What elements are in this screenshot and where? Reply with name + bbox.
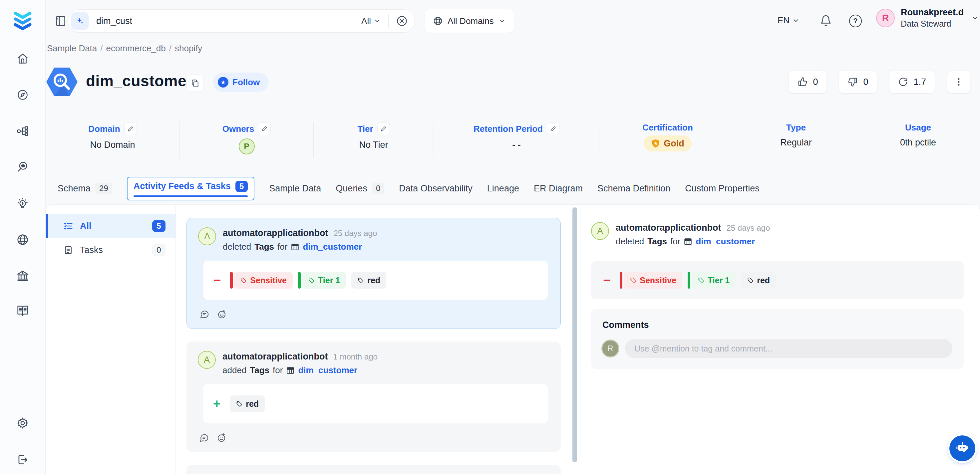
detail-timestamp: 25 days ago	[727, 223, 770, 233]
bot-avatar: A	[591, 222, 609, 240]
user-menu[interactable]: R Rounakpreet.d Data Steward	[876, 7, 979, 29]
search-scope-dropdown[interactable]: All	[361, 16, 381, 26]
feed-filter-nav: All 5 Tasks 0	[46, 205, 176, 474]
observability-icon[interactable]	[17, 161, 29, 173]
meta-type: Type Regular	[736, 122, 856, 158]
feed-card-partial[interactable]: A automatorapplicationbot	[186, 465, 561, 474]
glossary-book-icon[interactable]	[16, 305, 29, 317]
chat-widget-button[interactable]	[949, 435, 975, 461]
removed-indicator-icon: −	[213, 274, 221, 286]
tag-change-box: + red	[203, 384, 548, 423]
activity-panel: All 5 Tasks 0 A automatorapplicationbot …	[46, 204, 980, 474]
breadcrumb: Sample Data/ecommerce_db/shopify	[47, 43, 202, 54]
tag-icon	[240, 277, 247, 284]
thumbs-down-icon	[848, 77, 858, 87]
tag-sensitive[interactable]: Sensitive	[230, 272, 293, 289]
table-service-icon	[46, 65, 78, 98]
breadcrumb-schema[interactable]: shopify	[175, 43, 202, 53]
tab-custom-properties[interactable]: Custom Properties	[685, 183, 760, 194]
page-title: dim_customer	[86, 72, 192, 90]
meta-retention: Retention Period - -	[434, 122, 600, 158]
comment-input[interactable]	[625, 339, 952, 358]
feed-filter-all[interactable]: All 5	[46, 214, 175, 238]
copy-name-button[interactable]	[186, 75, 204, 92]
add-reaction-icon[interactable]	[216, 433, 226, 443]
version-button[interactable]: 1.7	[889, 71, 935, 93]
downvote-button[interactable]: 0	[839, 71, 877, 93]
tag-tier-1[interactable]: Tier 1	[687, 272, 736, 289]
tag-tier-1[interactable]: Tier 1	[298, 272, 346, 289]
app-logo[interactable]	[11, 8, 35, 32]
meta-certification: Certification Gold	[600, 122, 736, 158]
entity-link[interactable]: dim_customer	[298, 365, 357, 375]
gold-certification-badge: Gold	[644, 135, 692, 151]
tab-schema[interactable]: Schema 29	[57, 183, 112, 194]
tag-icon	[630, 277, 636, 284]
global-search-bar[interactable]: All	[68, 9, 415, 33]
reply-comment-icon[interactable]	[199, 433, 209, 443]
govern-bank-icon[interactable]	[16, 270, 29, 282]
tag-red[interactable]: red	[351, 272, 386, 289]
top-bar: All All Domains EN ? R Rounakpreet.d Dat…	[46, 0, 980, 43]
settings-gear-icon[interactable]	[16, 417, 29, 429]
language-selector[interactable]: EN	[778, 15, 800, 25]
added-indicator-icon: +	[213, 398, 220, 410]
removed-indicator-icon: −	[603, 274, 610, 286]
upvote-button[interactable]: 0	[789, 71, 826, 93]
edit-retention-icon[interactable]	[547, 122, 559, 135]
search-input[interactable]	[96, 16, 361, 26]
more-options-button[interactable]	[947, 71, 970, 93]
entity-link[interactable]: dim_customer	[303, 242, 362, 252]
tag-sensitive[interactable]: Sensitive	[620, 272, 682, 289]
logout-icon[interactable]	[16, 453, 29, 466]
tab-schema-definition[interactable]: Schema Definition	[597, 183, 670, 194]
edit-owners-icon[interactable]	[258, 122, 271, 135]
tab-data-observability[interactable]: Data Observability	[399, 183, 473, 194]
tab-lineage[interactable]: Lineage	[487, 183, 519, 194]
owner-avatar[interactable]: P	[239, 138, 255, 154]
breadcrumb-database[interactable]: ecommerce_db	[106, 43, 166, 53]
entity-link[interactable]: dim_customer	[695, 236, 755, 247]
sidebar-toggle-icon[interactable]	[54, 14, 67, 27]
chevron-down-icon	[498, 17, 506, 25]
help-icon[interactable]: ?	[849, 14, 862, 27]
tab-activity-feeds[interactable]: Activity Feeds & Tasks 5	[127, 177, 255, 200]
edit-tier-icon[interactable]	[377, 122, 390, 135]
home-icon[interactable]	[17, 52, 29, 65]
add-reaction-icon[interactable]	[217, 309, 227, 319]
insights-bulb-icon[interactable]	[17, 198, 29, 210]
user-avatar: R	[876, 9, 895, 27]
follow-button[interactable]: ★ Follow	[213, 73, 268, 92]
reply-comment-icon[interactable]	[199, 309, 210, 319]
feed-scrollbar[interactable]	[573, 207, 577, 462]
tag-change-box: − Sensitive Tier 1 red	[204, 261, 548, 300]
tag-icon	[357, 277, 364, 284]
tab-sample-data[interactable]: Sample Data	[269, 183, 321, 194]
entity-actions: 0 0 1.7	[789, 71, 970, 93]
feed-filter-tasks[interactable]: Tasks 0	[46, 238, 175, 262]
tag-change-box: − Sensitive Tier 1 red	[591, 261, 964, 299]
tag-red[interactable]: red	[741, 272, 776, 289]
feed-card-deleted-tags[interactable]: A automatorapplicationbot 25 days ago de…	[186, 218, 561, 329]
clear-search-icon[interactable]	[396, 15, 408, 27]
gold-medal-icon	[651, 139, 660, 148]
tab-queries[interactable]: Queries 0	[336, 183, 384, 194]
globe-icon	[433, 16, 443, 26]
edit-domain-icon[interactable]	[124, 122, 137, 135]
thumbs-up-icon	[797, 77, 808, 87]
tag-red[interactable]: red	[230, 396, 265, 412]
detail-author: automatorapplicationbot	[616, 223, 721, 233]
feed-author: automatorapplicationbot	[223, 228, 328, 238]
tag-icon	[236, 401, 242, 407]
lineage-flow-icon[interactable]	[17, 125, 29, 137]
version-history-icon	[898, 77, 908, 87]
tab-er-diagram[interactable]: ER Diagram	[534, 183, 583, 194]
breadcrumb-service[interactable]: Sample Data	[47, 43, 97, 53]
all-domains-dropdown[interactable]: All Domains	[425, 9, 514, 33]
feed-card-added-tags[interactable]: A automatorapplicationbot 1 month ago ad…	[186, 342, 561, 452]
feed-author: automatorapplicationbot	[223, 352, 328, 362]
domains-globe-icon[interactable]	[16, 233, 29, 246]
notifications-bell-icon[interactable]	[820, 14, 832, 27]
tag-icon	[747, 277, 754, 284]
explore-compass-icon[interactable]	[17, 89, 29, 101]
